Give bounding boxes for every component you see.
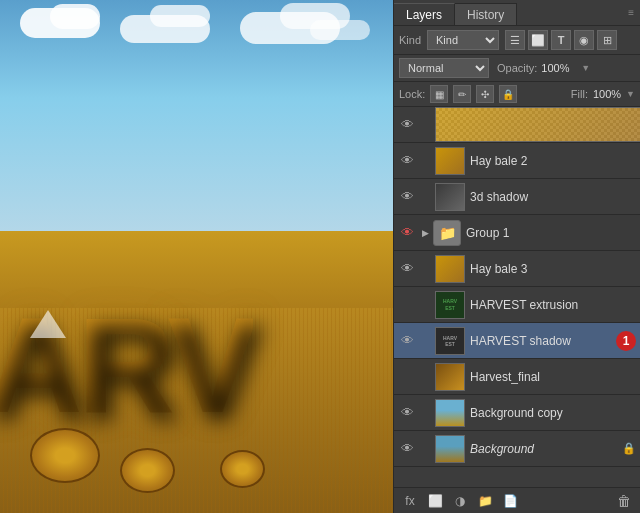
canvas-area: ARV [0,0,393,513]
filter-icon-smart[interactable]: ⊞ [597,30,617,50]
layer-item[interactable]: 👁 Hay bale 3 [394,251,640,287]
lock-all-btn[interactable]: 🔒 [499,85,517,103]
layer-lock-icon: 🔒 [622,442,636,456]
layer-name: HARVEST shadow [470,334,612,348]
fill-label: Fill: [571,88,588,100]
filter-icon-adjust[interactable]: ⬜ [528,30,548,50]
filter-icons: ☰ ⬜ T ◉ ⊞ [505,30,617,50]
layer-item-selected[interactable]: 👁 HARVEST HARVEST shadow 1 [394,323,640,359]
layer-thumbnail: HARVEST [435,327,465,355]
layer-thumbnail [435,399,465,427]
panel-tabs: Layers History ≡ [394,0,640,26]
layer-name: Hay bale 3 [470,262,636,276]
layer-visibility-eye[interactable]: 👁 [398,116,416,134]
layer-name: HARVEST extrusion [470,298,636,312]
layer-thumbnail [435,107,640,142]
canvas-image: ARV [0,0,393,513]
layer-link-icon [419,370,433,384]
layer-item[interactable]: 👁 Hay bale 2 [394,143,640,179]
panel-close-button[interactable]: ≡ [622,3,640,22]
layer-visibility-eye[interactable]: 👁 [398,188,416,206]
layer-visibility-eye[interactable]: 👁 [398,404,416,422]
layer-item[interactable]: 👁 3d shadow [394,179,640,215]
layer-link-icon [419,406,433,420]
layer-thumbnail [435,147,465,175]
layer-visibility-eye[interactable]: 👁 [398,296,416,314]
opacity-value: 100% [541,62,577,74]
layer-name: Group 1 [466,226,636,240]
layer-group-item[interactable]: 👁 ▶ 📁 Group 1 [394,215,640,251]
layer-thumbnail [435,183,465,211]
layer-name: Hay bale 2 [470,154,636,168]
add-mask-button[interactable]: ⬜ [424,491,446,511]
layer-visibility-eye[interactable]: 👁 [398,368,416,386]
layer-link-icon [419,262,433,276]
layer-visibility-eye[interactable]: 👁 [398,260,416,278]
layer-link-icon [419,442,433,456]
layer-visibility-eye[interactable]: 👁 [398,332,416,350]
blend-mode-select[interactable]: Normal [399,58,489,78]
layer-visibility-eye[interactable]: 👁 [398,440,416,458]
opacity-arrow: ▼ [581,63,590,73]
layer-name: 3d shadow [470,190,636,204]
layer-visibility-eye[interactable]: 👁 [398,224,416,242]
layer-name: Background [470,442,620,456]
blend-opacity-row: Normal Opacity: 100% ▼ [394,55,640,82]
group-expand-arrow[interactable]: ▶ [419,227,431,239]
add-style-button[interactable]: fx [399,491,421,511]
filter-select[interactable]: Kind [427,30,499,50]
filter-label: Kind [399,34,421,46]
layer-item[interactable]: 👁 Harvest_final [394,359,640,395]
layer-item[interactable]: 👁 Background copy [394,395,640,431]
new-layer-button[interactable]: 📄 [499,491,521,511]
layer-thumbnail [435,255,465,283]
fill-arrow: ▼ [626,89,635,99]
layer-link-icon [419,154,433,168]
lock-label: Lock: [399,88,425,100]
layers-panel: Layers History ≡ Kind Kind ☰ ⬜ T ◉ ⊞ Nor… [393,0,640,513]
layer-visibility-eye[interactable]: 👁 [398,152,416,170]
layer-badge: 1 [616,331,636,351]
filter-icon-pixel[interactable]: ☰ [505,30,525,50]
layers-toolbar: fx ⬜ ◑ 📁 📄 🗑 [394,487,640,513]
lock-row: Lock: ▦ ✏ ✣ 🔒 Fill: 100% ▼ [394,82,640,107]
layer-item[interactable]: 👁 HARVEST HARVEST extrusion [394,287,640,323]
lock-move-btn[interactable]: ✣ [476,85,494,103]
filter-icon-type[interactable]: T [551,30,571,50]
layer-link-icon [419,118,433,132]
new-group-button[interactable]: 📁 [474,491,496,511]
filter-icon-shape[interactable]: ◉ [574,30,594,50]
lock-checkerboard-btn[interactable]: ▦ [430,85,448,103]
layer-item[interactable]: 👁 Background 🔒 [394,431,640,467]
tab-layers[interactable]: Layers [394,3,455,25]
layer-thumbnail: HARVEST [435,291,465,319]
layers-list: 👁 Hay bale 1 👁 Hay bale 2 👁 3d shadow 👁 … [394,107,640,487]
layer-item[interactable]: 👁 Hay bale 1 [394,107,640,143]
layer-name: Harvest_final [470,370,636,384]
lock-paint-btn[interactable]: ✏ [453,85,471,103]
fill-value: 100% [593,88,621,100]
tab-history[interactable]: History [455,3,517,25]
layer-link-icon [419,190,433,204]
opacity-label: Opacity: [497,62,537,74]
filter-row: Kind Kind ☰ ⬜ T ◉ ⊞ [394,26,640,55]
delete-layer-button[interactable]: 🗑 [613,491,635,511]
layer-thumbnail [435,363,465,391]
layer-thumbnail [435,435,465,463]
layer-link-icon [419,298,433,312]
layer-name: Background copy [470,406,636,420]
layer-thumbnail: 📁 [433,220,461,246]
new-fill-button[interactable]: ◑ [449,491,471,511]
layer-link-icon [419,334,433,348]
